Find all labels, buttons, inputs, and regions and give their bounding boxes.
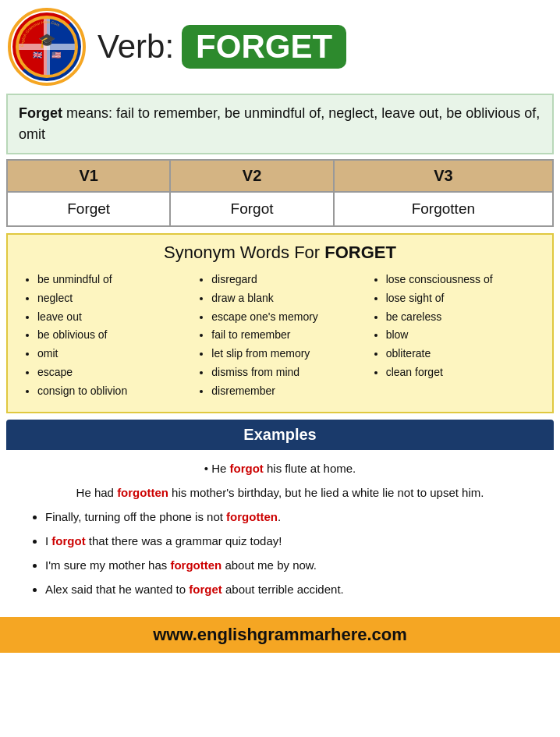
logo-inner: 🎓 🇬🇧 🇺🇸 English Grammar Here.Com (12, 12, 81, 81)
footer: www.englishgrammarhere.com (0, 617, 560, 653)
examples-section: Examples • He forgot his flute at home. … (6, 420, 554, 611)
synonym-list-2: disregard draw a blank escape one's memo… (197, 271, 362, 401)
examples-header: Examples (6, 420, 554, 450)
svg-text:🇬🇧: 🇬🇧 (33, 50, 43, 60)
v2-header: V2 (170, 160, 333, 192)
synonym-item: disregard (211, 271, 362, 289)
means-label: Forget (19, 105, 62, 121)
synonym-title-text: Synonym Words For (164, 243, 324, 262)
synonym-list-3: lose consciousness of lose sight of be c… (372, 271, 537, 382)
synonym-item: neglect (37, 289, 188, 308)
synonym-item: leave out (37, 308, 188, 327)
svg-text:🎓: 🎓 (38, 32, 56, 49)
synonym-col-3: lose consciousness of lose sight of be c… (367, 271, 541, 401)
footer-url: www.englishgrammarhere.com (153, 625, 407, 644)
synonym-columns: be unmindful of neglect leave out be obl… (19, 271, 541, 401)
example-item: Finally, turning off the phone is not fo… (45, 506, 538, 527)
synonym-item: fail to remember (211, 326, 362, 345)
synonym-item: draw a blank (211, 289, 362, 308)
synonym-title: Synonym Words For FORGET (19, 243, 541, 263)
example-item: I'm sure my mother has forgotten about m… (45, 555, 538, 576)
synonym-list-1: be unmindful of neglect leave out be obl… (23, 271, 188, 401)
examples-list: • He forgot his flute at home. (22, 458, 538, 479)
synonym-item: disremember (211, 382, 362, 401)
example-item: I forgot that there was a grammar quiz t… (45, 530, 538, 551)
synonym-title-bold: FORGET (324, 243, 396, 262)
synonym-item: clean forget (386, 363, 537, 382)
v1-value: Forget (7, 192, 170, 226)
synonym-item: obliterate (386, 345, 537, 363)
examples-body: • He forgot his flute at home. He had fo… (6, 450, 554, 611)
synonym-item: lose consciousness of (386, 271, 537, 289)
verb-forms-table: V1 V2 V3 Forget Forgot Forgotten (6, 159, 554, 227)
synonym-item: escape (37, 363, 188, 382)
header-title: Verb: FORGET (97, 25, 548, 69)
synonym-item: omit (37, 345, 188, 363)
v3-header: V3 (334, 160, 553, 192)
logo-svg: 🎓 🇬🇧 🇺🇸 English Grammar Here.Com (16, 16, 78, 78)
v3-value: Forgotten (334, 192, 553, 226)
example-item: • He forgot his flute at home. (22, 458, 538, 479)
svg-text:🇺🇸: 🇺🇸 (51, 50, 62, 60)
verb-label: Verb: (97, 28, 174, 66)
page-header: 🎓 🇬🇧 🇺🇸 English Grammar Here.Com Verb: F… (0, 0, 560, 94)
synonym-item: dismiss from mind (211, 363, 362, 382)
example-item: He had forgotten his mother's birthday, … (22, 482, 538, 503)
means-text: means: fail to remember, be unmindful of… (19, 105, 540, 142)
synonym-item: let slip from memory (211, 345, 362, 363)
examples-list-2: He had forgotten his mother's birthday, … (22, 482, 538, 600)
synonym-section: Synonym Words For FORGET be unmindful of… (6, 233, 554, 413)
synonym-item: be unmindful of (37, 271, 188, 289)
synonym-item: be careless (386, 308, 537, 327)
v1-header: V1 (7, 160, 170, 192)
synonym-item: escape one's memory (211, 308, 362, 327)
synonym-item: consign to oblivion (37, 382, 188, 401)
word-badge: FORGET (182, 25, 346, 69)
v2-value: Forgot (170, 192, 333, 226)
synonym-item: blow (386, 326, 537, 345)
synonym-col-2: disregard draw a blank escape one's memo… (193, 271, 367, 401)
synonym-item: be oblivious of (37, 326, 188, 345)
means-section: Forget means: fail to remember, be unmin… (6, 94, 554, 154)
example-item: Alex said that he wanted to forget about… (45, 579, 538, 600)
logo-circle: 🎓 🇬🇧 🇺🇸 English Grammar Here.Com (8, 8, 86, 86)
synonym-item: lose sight of (386, 289, 537, 308)
synonym-col-1: be unmindful of neglect leave out be obl… (19, 271, 193, 401)
